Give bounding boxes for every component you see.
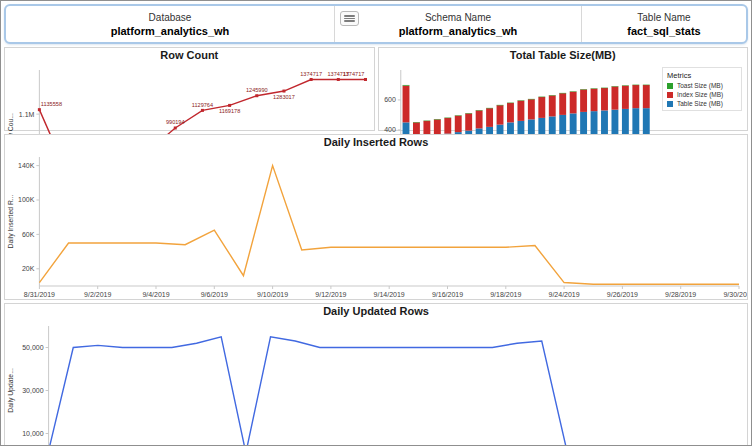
svg-text:9/24/2019: 9/24/2019	[549, 291, 580, 298]
daily-inserted-chart: 20K60K100K140K8/31/20199/2/20199/4/20199…	[5, 149, 747, 299]
table-selector[interactable]: Table Name fact_sql_stats	[581, 6, 746, 42]
metrics-legend: Metrics Toast Size (MB) Index Size (MB) …	[662, 67, 742, 111]
table-size-label: Table Size (MB)	[677, 100, 723, 107]
legend-title: Metrics	[667, 71, 737, 80]
daily-updated-chart: 10,00030,00050,0008/30/20199/1/20199/3/2…	[5, 318, 747, 446]
svg-text:9/14/2019: 9/14/2019	[374, 291, 405, 298]
index-size-swatch-icon	[667, 92, 673, 98]
toast-size-label: Toast Size (MB)	[677, 82, 723, 89]
svg-text:Daily Inserted R...: Daily Inserted R...	[7, 194, 15, 248]
daily-inserted-chart-area: 20K60K100K140K8/31/20199/2/20199/4/20199…	[5, 149, 747, 299]
svg-text:1374717: 1374717	[300, 71, 322, 77]
svg-text:600: 600	[384, 96, 396, 103]
svg-text:9/2/2019: 9/2/2019	[84, 291, 111, 298]
svg-text:9/28/2019: 9/28/2019	[665, 291, 696, 298]
index-size-label: Index Size (MB)	[677, 91, 723, 98]
svg-text:1.1M: 1.1M	[19, 111, 35, 118]
daily-inserted-panel: Daily Inserted Rows 20K60K100K140K8/31/2…	[4, 134, 748, 300]
svg-text:9/18/2019: 9/18/2019	[490, 291, 521, 298]
legend-item-index-size[interactable]: Index Size (MB)	[667, 91, 737, 98]
daily-updated-title: Daily Updated Rows	[5, 304, 747, 318]
schema-label: Schema Name	[425, 11, 491, 24]
toast-size-swatch-icon	[667, 83, 673, 89]
svg-text:100K: 100K	[18, 196, 35, 203]
svg-text:Daily Update...: Daily Update...	[7, 368, 15, 413]
svg-text:50,000: 50,000	[22, 344, 44, 351]
svg-text:60K: 60K	[22, 231, 35, 238]
svg-text:990194: 990194	[166, 119, 185, 125]
svg-text:9/12/2019: 9/12/2019	[315, 291, 346, 298]
svg-text:1374717: 1374717	[343, 71, 365, 77]
row-count-panel: Row Count 800K1.1M8/31/20199/3/20199/6/2…	[4, 47, 375, 131]
svg-text:1283017: 1283017	[273, 94, 295, 100]
table-size-title: Total Table Size(MB)	[379, 48, 748, 62]
svg-text:20K: 20K	[22, 265, 35, 272]
svg-text:30,000: 30,000	[22, 387, 44, 394]
dashboard-root: Database platform_analytics_wh Schema Na…	[0, 0, 752, 446]
svg-text:9/30/2019: 9/30/2019	[723, 291, 747, 298]
svg-text:140K: 140K	[18, 162, 35, 169]
svg-text:1129764: 1129764	[192, 102, 213, 108]
svg-text:9/4/2019: 9/4/2019	[142, 291, 169, 298]
svg-text:10,000: 10,000	[22, 430, 44, 437]
svg-text:8/31/2019: 8/31/2019	[24, 291, 55, 298]
row-count-title: Row Count	[5, 48, 374, 62]
filter-header: Database platform_analytics_wh Schema Na…	[4, 4, 748, 44]
database-selector[interactable]: Database platform_analytics_wh	[6, 6, 334, 42]
database-value: platform_analytics_wh	[111, 24, 230, 38]
svg-text:400: 400	[384, 126, 396, 133]
daily-updated-chart-area: 10,00030,00050,0008/30/20199/1/20199/3/2…	[5, 318, 747, 446]
schema-selector[interactable]: Schema Name platform_analytics_wh	[334, 6, 581, 42]
svg-text:1245990: 1245990	[246, 87, 268, 93]
legend-item-table-size[interactable]: Table Size (MB)	[667, 100, 737, 107]
top-charts-row: Row Count 800K1.1M8/31/20199/3/20199/6/2…	[4, 47, 748, 131]
svg-text:9/10/2019: 9/10/2019	[257, 291, 288, 298]
database-label: Database	[149, 11, 192, 24]
svg-text:9/6/2019: 9/6/2019	[201, 291, 228, 298]
schema-value: platform_analytics_wh	[399, 24, 518, 38]
svg-text:9/26/2019: 9/26/2019	[607, 291, 638, 298]
daily-inserted-title: Daily Inserted Rows	[5, 135, 747, 149]
table-size-swatch-icon	[667, 101, 673, 107]
svg-text:1135558: 1135558	[41, 101, 62, 107]
daily-updated-panel: Daily Updated Rows 10,00030,00050,0008/3…	[4, 303, 748, 446]
table-size-panel: Total Table Size(MB) 4006008/31/20199/4/…	[378, 47, 749, 131]
table-label: Table Name	[637, 11, 690, 24]
svg-text:9/16/2019: 9/16/2019	[432, 291, 463, 298]
hamburger-menu-icon[interactable]	[340, 11, 359, 26]
table-value: fact_sql_stats	[627, 24, 700, 38]
svg-text:1169178: 1169178	[219, 108, 240, 114]
legend-item-toast-size[interactable]: Toast Size (MB)	[667, 82, 737, 89]
